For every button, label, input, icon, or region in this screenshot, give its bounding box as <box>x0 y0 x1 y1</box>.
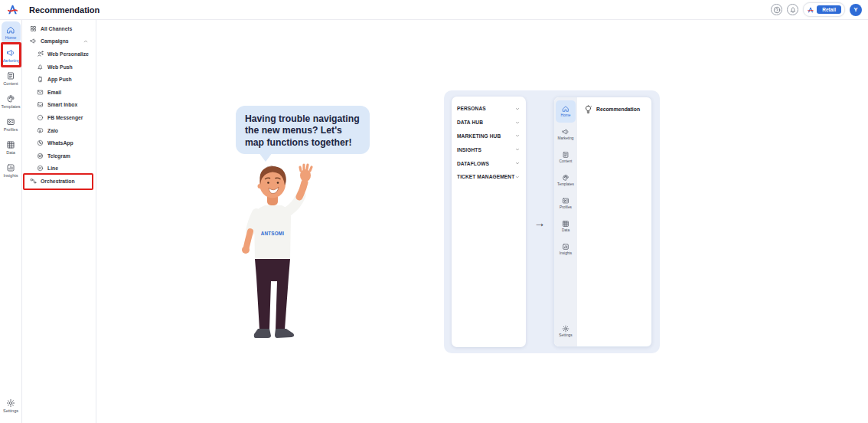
new-menu-item-settings[interactable]: Settings <box>556 320 576 343</box>
old-menu-item-ticket-management[interactable]: TICKET MANAGEMENT <box>457 170 520 184</box>
submenu-item-label: FB Messenger <box>47 115 83 120</box>
new-menu-item-data[interactable]: Data <box>556 215 576 238</box>
sidebar-item-label: Marketing <box>2 59 20 64</box>
document-icon <box>562 151 569 159</box>
chevron-down-icon <box>514 146 520 152</box>
bell-icon <box>789 6 797 14</box>
submenu-item-email[interactable]: Email <box>22 86 96 99</box>
submenu-item-all-channels[interactable]: All Channels <box>22 22 96 35</box>
chevron-down-icon <box>514 133 520 139</box>
submenu-item-line[interactable]: Line <box>22 162 96 175</box>
new-menu-label: Marketing <box>557 137 573 141</box>
old-menu-label: PERSONAS <box>457 106 486 111</box>
submenu-item-campaigns[interactable]: Campaigns <box>22 35 96 48</box>
mapping-arrow: → <box>531 216 548 229</box>
topbar-actions: Retail Y <box>771 2 862 17</box>
old-menu-item-marketing-hub[interactable]: MARKETING HUB <box>457 130 520 143</box>
sidebar-item-label: Settings <box>3 409 18 414</box>
gear-icon <box>6 398 15 408</box>
flow-branch-icon <box>30 178 37 185</box>
old-menu-label: TICKET MANAGEMENT <box>457 174 514 179</box>
old-menu-item-dataflows[interactable]: DATAFLOWS <box>457 156 520 170</box>
new-menu-rail: Home Marketing Content Templates Profile… <box>554 97 577 346</box>
bell-icon <box>37 64 44 70</box>
sidebar-item-home[interactable]: Home <box>2 21 21 44</box>
home-icon <box>6 25 15 34</box>
sidebar-item-data[interactable]: Data <box>2 136 21 159</box>
submenu-item-label: Email <box>47 90 61 95</box>
megaphone-icon <box>6 48 15 57</box>
submenu-item-web-push[interactable]: Web Push <box>22 61 96 74</box>
submenu-item-label: App Push <box>47 77 72 82</box>
new-menu-card: Home Marketing Content Templates Profile… <box>553 97 652 347</box>
submenu-item-zalo[interactable]: Zalo <box>22 124 96 137</box>
new-menu-content-title: Recommendation <box>596 107 640 112</box>
new-menu-item-insights[interactable]: Insights <box>556 238 576 261</box>
submenu-item-orchestration[interactable]: Orchestration <box>22 175 96 188</box>
user-avatar[interactable]: Y <box>850 4 862 16</box>
new-menu-item-templates[interactable]: Templates <box>556 169 576 192</box>
old-menu-item-data-hub[interactable]: DATA HUB <box>457 116 520 130</box>
person-share-icon <box>37 51 44 57</box>
menu-mapping-panel: PERSONAS DATA HUB MARKETING HUB INSIGHTS… <box>444 90 660 353</box>
palette-icon <box>6 94 15 103</box>
secondary-sidebar: All Channels Campaigns Web Personalize W… <box>22 19 96 423</box>
workspace-switcher[interactable]: Retail <box>803 2 845 17</box>
telegram-icon <box>37 152 44 159</box>
submenu-item-label: Line <box>47 166 58 171</box>
submenu-item-app-push[interactable]: App Push <box>22 73 96 86</box>
sidebar-item-settings[interactable]: Settings <box>2 395 21 417</box>
submenu-item-label: Zalo <box>47 128 58 133</box>
smartphone-icon <box>37 76 44 83</box>
chart-square-icon <box>6 163 15 172</box>
lightbulb-sparkle-icon <box>583 104 593 114</box>
whatsapp-icon <box>37 139 44 146</box>
new-menu-label: Content <box>560 160 573 164</box>
grid-table-icon <box>562 220 569 228</box>
new-menu-item-profiles[interactable]: Profiles <box>556 192 576 215</box>
messenger-icon <box>37 114 44 121</box>
submenu-item-label: Campaigns <box>41 38 69 44</box>
antsomi-logo-icon[interactable] <box>6 3 19 16</box>
new-menu-item-content[interactable]: Content <box>556 146 576 169</box>
new-menu-content-row[interactable]: Recommendation <box>583 104 645 114</box>
inbox-icon <box>37 101 44 108</box>
envelope-icon <box>37 89 44 96</box>
submenu-item-whatsapp[interactable]: WhatsApp <box>22 136 96 149</box>
workspace-badge: Retail <box>817 5 841 14</box>
chevron-up-icon[interactable] <box>83 38 89 44</box>
old-menu-card: PERSONAS DATA HUB MARKETING HUB INSIGHTS… <box>452 97 526 347</box>
old-menu-item-personas[interactable]: PERSONAS <box>457 102 520 116</box>
submenu-item-web-personalize[interactable]: Web Personalize <box>22 48 96 61</box>
old-menu-item-insights[interactable]: INSIGHTS <box>457 143 520 156</box>
submenu-item-label: Orchestration <box>41 179 75 184</box>
submenu-item-fb-messenger[interactable]: FB Messenger <box>22 111 96 124</box>
new-menu-item-marketing[interactable]: Marketing <box>556 123 576 146</box>
speech-bubble-text: Having trouble navigating the new menus?… <box>245 113 361 149</box>
help-button[interactable] <box>771 4 782 15</box>
character-illustration: ANTSOMI <box>231 161 331 345</box>
chevron-down-icon <box>514 120 520 126</box>
new-menu-item-home[interactable]: Home <box>556 100 576 123</box>
character-shirt-text: ANTSOMI <box>261 231 284 236</box>
submenu-item-smart-inbox[interactable]: Smart Inbox <box>22 99 96 112</box>
notifications-button[interactable] <box>787 4 798 15</box>
submenu-item-telegram[interactable]: Telegram <box>22 149 96 162</box>
document-icon <box>6 71 15 80</box>
sidebar-item-label: Data <box>6 151 15 156</box>
sidebar-item-templates[interactable]: Templates <box>2 90 21 113</box>
chart-square-icon <box>562 243 569 251</box>
sidebar-item-profiles[interactable]: Profiles <box>2 113 21 136</box>
id-card-icon <box>562 197 569 205</box>
old-menu-label: DATAFLOWS <box>457 161 489 166</box>
sidebar-item-content[interactable]: Content <box>2 67 21 90</box>
submenu-item-label: All Channels <box>41 26 72 31</box>
grid-table-icon <box>6 140 15 149</box>
sidebar-item-marketing[interactable]: Marketing <box>2 44 21 67</box>
submenu-item-label: WhatsApp <box>47 140 73 146</box>
submenu-item-label: Smart Inbox <box>47 102 77 107</box>
megaphone-icon <box>30 38 37 44</box>
submenu-item-label: Web Personalize <box>47 51 89 57</box>
sidebar-item-insights[interactable]: Insights <box>2 159 21 182</box>
page-title: Recommendation <box>29 5 100 15</box>
